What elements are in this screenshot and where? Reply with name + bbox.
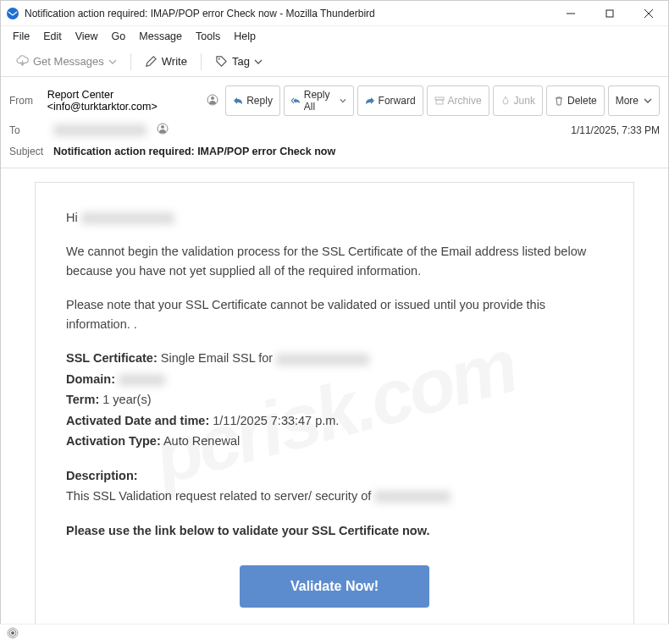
validate-now-button[interactable]: Validate Now! [240, 565, 429, 608]
menu-go[interactable]: Go [105, 28, 133, 45]
archive-button: Archive [427, 85, 489, 116]
separator [201, 53, 202, 70]
tag-button[interactable]: Tag [208, 52, 269, 71]
trash-icon [554, 96, 564, 106]
message-body: pcrisk.com Hi We cannot begin the valida… [1, 168, 668, 644]
write-button[interactable]: Write [138, 52, 194, 71]
contact-icon[interactable] [207, 94, 218, 108]
minimize-button[interactable] [551, 1, 590, 26]
body-paragraph-2: Please note that your SSL Certificate ca… [66, 295, 603, 333]
message-date: 1/11/2025, 7:33 PM [571, 124, 660, 136]
ssl-target-redacted [276, 354, 369, 366]
reply-all-button[interactable]: Reply All [284, 85, 354, 116]
forward-button[interactable]: Forward [357, 85, 423, 116]
from-value[interactable]: Report Center <info@turktarktor.com> [47, 89, 197, 113]
svg-point-0 [7, 8, 19, 19]
sync-status-icon[interactable] [7, 627, 19, 641]
menu-view[interactable]: View [69, 28, 105, 45]
toolbar: Get Messages Write Tag [1, 47, 668, 77]
subject-value: Notification action required: IMAP/POP e… [53, 146, 335, 157]
pencil-icon [145, 55, 158, 68]
chevron-down-icon [644, 96, 652, 105]
chevron-down-icon [340, 96, 346, 105]
message-actions: Reply Reply All Forward Archive Junk [225, 85, 660, 116]
to-value-redacted [53, 124, 147, 136]
close-button[interactable] [629, 1, 668, 26]
svg-rect-2 [606, 10, 613, 17]
junk-button: Junk [493, 85, 543, 116]
svg-point-5 [218, 58, 220, 60]
contact-icon[interactable] [157, 123, 169, 137]
more-button[interactable]: More [608, 85, 660, 116]
reply-all-icon [291, 96, 301, 106]
titlebar: Notification action required: IMAP/POP e… [1, 1, 668, 26]
archive-icon [434, 96, 445, 106]
forward-icon [365, 96, 375, 106]
window-title: Notification action required: IMAP/POP e… [25, 8, 551, 19]
chevron-down-icon [108, 58, 117, 66]
flame-icon [500, 96, 511, 106]
separator [130, 53, 131, 70]
statusbar [0, 624, 669, 644]
subject-label: Subject [9, 146, 47, 157]
greeting: Hi [66, 208, 603, 227]
chevron-down-icon [254, 58, 263, 66]
window-controls [551, 1, 668, 26]
call-to-action-text: Please use the link below to validate yo… [66, 521, 603, 540]
maximize-button[interactable] [590, 1, 629, 26]
svg-point-7 [211, 96, 214, 100]
menu-help[interactable]: Help [227, 28, 263, 45]
thunderbird-icon [6, 7, 19, 20]
menubar: File Edit View Go Message Tools Help [1, 26, 668, 47]
svg-rect-9 [436, 100, 443, 104]
email-content: Hi We cannot begin the validation proces… [35, 182, 634, 642]
to-label: To [9, 124, 47, 136]
tag-icon [215, 55, 228, 68]
cloud-download-icon [16, 55, 29, 68]
reply-button[interactable]: Reply [225, 85, 280, 116]
from-label: From [9, 95, 41, 107]
menu-tools[interactable]: Tools [189, 28, 227, 45]
get-messages-button: Get Messages [9, 52, 124, 71]
menu-message[interactable]: Message [132, 28, 189, 45]
svg-point-12 [11, 631, 14, 635]
menu-edit[interactable]: Edit [36, 28, 69, 45]
svg-point-11 [161, 125, 164, 129]
ssl-details: SSL Certificate: Single Email SSL for Do… [66, 349, 603, 450]
message-headers: From Report Center <info@turktarktor.com… [1, 77, 668, 168]
desc-target-redacted [374, 491, 451, 503]
domain-redacted [119, 374, 165, 386]
body-paragraph-1: We cannot begin the validation process f… [66, 242, 603, 280]
recipient-redacted [81, 212, 174, 224]
menu-file[interactable]: File [6, 28, 36, 45]
delete-button[interactable]: Delete [546, 85, 605, 116]
reply-icon [233, 96, 243, 106]
description-block: Description: This SSL Validation request… [66, 466, 603, 506]
